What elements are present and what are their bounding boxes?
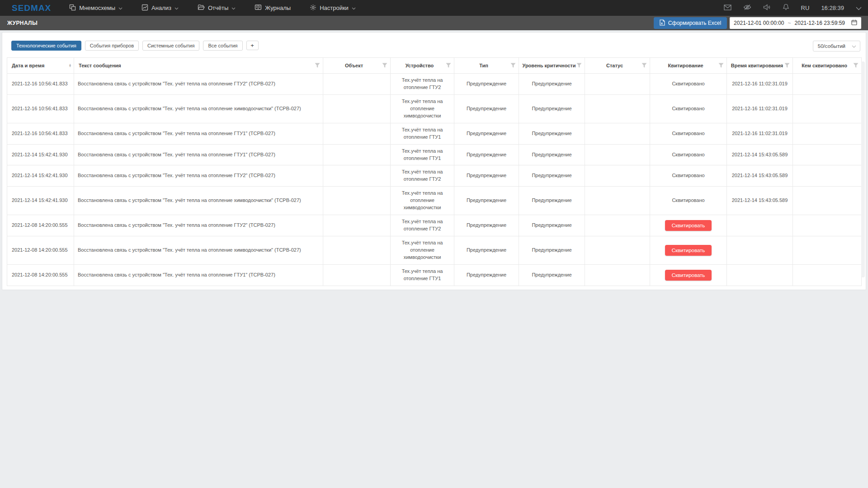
cell-ack_time: 2021-12-14 15:43:05.589	[727, 144, 793, 165]
cell-object	[323, 123, 391, 144]
column-header[interactable]: Время квитирования	[727, 58, 793, 74]
cell-ack_by	[793, 236, 862, 265]
cell-ack: Сквитировано	[650, 94, 727, 123]
export-excel-button[interactable]: Сформировать Excel	[654, 17, 727, 29]
cell-ack: Сквитировано	[650, 187, 727, 215]
bell-icon[interactable]	[783, 4, 789, 12]
cell-ack_by	[793, 144, 862, 165]
cell-ack_time: 2021-12-14 15:43:05.589	[727, 187, 793, 215]
cell-ack_by	[793, 264, 862, 286]
table-scrollbar[interactable]	[861, 61, 865, 277]
date-from: 2021-12-01 00:00:00	[734, 20, 784, 26]
chevron-down-icon[interactable]	[856, 4, 862, 12]
cell-ack_by	[793, 123, 862, 144]
cell-level: Предупреждение	[519, 187, 585, 215]
column-header[interactable]: Объект	[323, 58, 391, 74]
speaker-icon[interactable]	[763, 4, 771, 12]
filter-icon[interactable]	[382, 63, 387, 69]
cell-level: Предупреждение	[519, 74, 585, 95]
cell-object	[323, 165, 391, 187]
page-size-select[interactable]: 50/событий	[813, 41, 860, 52]
filter-icon[interactable]	[784, 63, 790, 69]
menu-item-mnemoschemes[interactable]: Мнемосхемы	[69, 4, 123, 12]
filter-icon[interactable]	[853, 63, 859, 69]
cell-status	[585, 215, 650, 236]
cell-device: Тех.учёт тепла на отопление ГТУ1	[391, 123, 454, 144]
cell-message: Восстановлена связь с устройством "Тех. …	[74, 187, 323, 215]
menu-item-settings[interactable]: Настройки	[310, 4, 356, 12]
column-header[interactable]: Текст сообщения	[74, 58, 323, 74]
column-header[interactable]: Уровень критичности	[519, 58, 585, 74]
column-label: Объект	[326, 63, 382, 68]
column-header[interactable]: Квитирование	[650, 58, 727, 74]
cell-date: 2021-12-16 10:56:41.833	[7, 74, 74, 95]
tab-technological-events[interactable]: Технологические события	[11, 41, 81, 51]
mail-icon[interactable]	[724, 4, 731, 12]
cell-status	[585, 236, 650, 265]
cell-ack: Сквитировано	[650, 123, 727, 144]
acknowledge-button[interactable]: Сквитировать	[665, 270, 712, 281]
cell-device: Тех.учёт тепла на отопление ГТУ2	[391, 215, 454, 236]
cell-date: 2021-12-08 14:20:00.555	[7, 264, 74, 286]
cell-status	[585, 94, 650, 123]
cell-message: Восстановлена связь с устройством "Тех. …	[74, 74, 323, 95]
column-header[interactable]: Статус	[585, 58, 650, 74]
table-row: 2021-12-14 15:42:41.930Восстановлена свя…	[7, 187, 862, 215]
filter-icon[interactable]	[510, 63, 516, 69]
filter-icon[interactable]	[315, 63, 320, 69]
settings-icon	[310, 4, 316, 12]
filter-icon[interactable]	[446, 63, 451, 69]
cell-ack: Сквитировано	[650, 165, 727, 187]
cell-level: Предупреждение	[519, 144, 585, 165]
cell-type: Предупреждение	[454, 123, 519, 144]
column-label: Время квитирования	[730, 63, 784, 68]
column-label: Дата и время	[10, 63, 67, 68]
cell-object	[323, 215, 391, 236]
cell-date: 2021-12-08 14:20:00.555	[7, 215, 74, 236]
cell-object	[323, 187, 391, 215]
column-header[interactable]: Тип	[454, 58, 519, 74]
column-label: Квитирование	[653, 63, 718, 68]
cell-level: Предупреждение	[519, 236, 585, 265]
cell-ack_by	[793, 215, 862, 236]
clock: 16:28:39	[821, 5, 844, 11]
cell-date: 2021-12-14 15:42:41.930	[7, 187, 74, 215]
cell-object	[323, 236, 391, 265]
cell-ack_by	[793, 74, 862, 95]
acknowledge-button[interactable]: Сквитировать	[665, 245, 712, 256]
table-body: 2021-12-16 10:56:41.833Восстановлена свя…	[7, 74, 862, 286]
menu-item-journals[interactable]: Журналы	[255, 4, 291, 12]
reports-icon	[198, 4, 205, 12]
top-navbar: SEDMAX Мнемосхемы Анализ Отчёты Журналы …	[0, 0, 868, 16]
chevron-down-icon	[852, 43, 856, 49]
filter-icon[interactable]	[576, 63, 582, 69]
column-header[interactable]: Устройство	[391, 58, 454, 74]
column-label: Текст сообщения	[77, 63, 315, 68]
cell-type: Предупреждение	[454, 264, 519, 286]
cell-object	[323, 264, 391, 286]
filter-icon[interactable]	[718, 63, 724, 69]
cell-level: Предупреждение	[519, 94, 585, 123]
tab-system-events[interactable]: Системные события	[142, 41, 199, 51]
tab-device-events[interactable]: События приборов	[85, 41, 139, 51]
cell-ack_by	[793, 165, 862, 187]
tab-all-events[interactable]: Все события	[203, 41, 242, 51]
acknowledge-button[interactable]: Сквитировать	[665, 220, 712, 231]
cell-type: Предупреждение	[454, 144, 519, 165]
menu-item-reports[interactable]: Отчёты	[198, 4, 236, 12]
cell-ack: Сквитировано	[650, 144, 727, 165]
language-selector[interactable]: RU	[801, 5, 810, 11]
date-range-picker[interactable]: 2021-12-01 00:00:00 ~ 2021-12-16 23:59:5…	[730, 17, 861, 29]
acknowledged-label: Сквитировано	[672, 131, 704, 136]
add-tab-button[interactable]: +	[246, 41, 259, 50]
table-row: 2021-12-14 15:42:41.930Восстановлена свя…	[7, 165, 862, 187]
acknowledged-label: Сквитировано	[672, 197, 704, 203]
column-header[interactable]: Дата и время▴▾	[7, 58, 74, 74]
cell-ack_time: 2021-12-16 11:02:31.019	[727, 123, 793, 144]
filter-icon[interactable]	[642, 63, 647, 69]
cell-device: Тех.учёт тепла на отопление ГТУ2	[391, 165, 454, 187]
eye-off-icon[interactable]	[743, 4, 751, 12]
column-header[interactable]: Кем сквитировано	[793, 58, 862, 74]
menu-item-analysis[interactable]: Анализ	[142, 4, 179, 12]
sort-icon[interactable]: ▴▾	[69, 64, 71, 68]
